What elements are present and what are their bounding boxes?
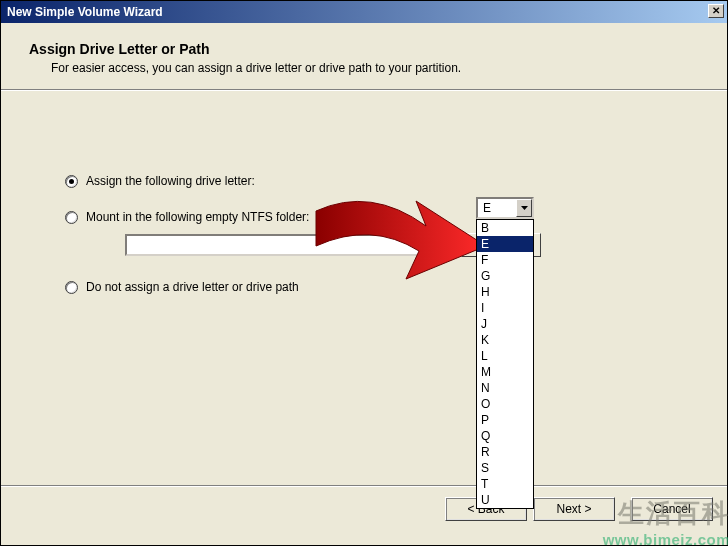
cancel-button[interactable]: Cancel <box>631 497 713 521</box>
combo-value: E <box>483 201 491 215</box>
dropdown-item[interactable]: F <box>477 252 533 268</box>
dropdown-item[interactable]: H <box>477 284 533 300</box>
label-no-assign: Do not assign a drive letter or drive pa… <box>86 280 299 294</box>
combo-dropdown-button[interactable] <box>516 199 532 217</box>
radio-no-assign[interactable] <box>65 281 78 294</box>
drive-letter-combo[interactable]: E <box>476 197 534 219</box>
dropdown-item[interactable]: Q <box>477 428 533 444</box>
dropdown-item[interactable]: K <box>477 332 533 348</box>
next-button[interactable]: Next > <box>533 497 615 521</box>
wizard-window: New Simple Volume Wizard ✕ Assign Drive … <box>0 0 728 546</box>
label-mount-folder: Mount in the following empty NTFS folder… <box>86 210 309 224</box>
header-divider <box>1 89 727 91</box>
mount-path-row: Browse... <box>125 233 699 257</box>
dropdown-item[interactable]: R <box>477 444 533 460</box>
close-icon: ✕ <box>712 5 720 16</box>
dropdown-item[interactable]: N <box>477 380 533 396</box>
chevron-down-icon <box>521 206 528 210</box>
radio-group: Assign the following drive letter: Mount… <box>65 171 699 297</box>
dropdown-item[interactable]: L <box>477 348 533 364</box>
dropdown-item[interactable]: P <box>477 412 533 428</box>
watermark-url: www.bimeiz.com <box>603 531 728 546</box>
dropdown-item[interactable]: B <box>477 220 533 236</box>
label-assign-letter: Assign the following drive letter: <box>86 174 255 188</box>
dropdown-item[interactable]: O <box>477 396 533 412</box>
content-area: Assign Drive Letter or Path For easier a… <box>1 23 727 297</box>
titlebar: New Simple Volume Wizard ✕ <box>1 1 727 23</box>
drive-letter-dropdown[interactable]: BEFGHIJKLMNOPQRSTU <box>476 219 534 509</box>
dropdown-item[interactable]: I <box>477 300 533 316</box>
dropdown-item[interactable]: G <box>477 268 533 284</box>
page-subheading: For easier access, you can assign a driv… <box>51 61 699 75</box>
dropdown-item[interactable]: E <box>477 236 533 252</box>
page-heading: Assign Drive Letter or Path <box>29 41 699 57</box>
dropdown-item[interactable]: U <box>477 492 533 508</box>
dropdown-item[interactable]: J <box>477 316 533 332</box>
option-no-assign[interactable]: Do not assign a drive letter or drive pa… <box>65 277 699 297</box>
dropdown-item[interactable]: S <box>477 460 533 476</box>
mount-path-input[interactable] <box>125 234 455 256</box>
svg-marker-0 <box>521 206 528 210</box>
dropdown-item[interactable]: T <box>477 476 533 492</box>
window-title: New Simple Volume Wizard <box>7 5 163 19</box>
option-mount-folder[interactable]: Mount in the following empty NTFS folder… <box>65 207 699 227</box>
close-button[interactable]: ✕ <box>708 4 724 18</box>
option-assign-letter[interactable]: Assign the following drive letter: <box>65 171 699 191</box>
radio-assign-letter[interactable] <box>65 175 78 188</box>
radio-mount-folder[interactable] <box>65 211 78 224</box>
dropdown-item[interactable]: M <box>477 364 533 380</box>
